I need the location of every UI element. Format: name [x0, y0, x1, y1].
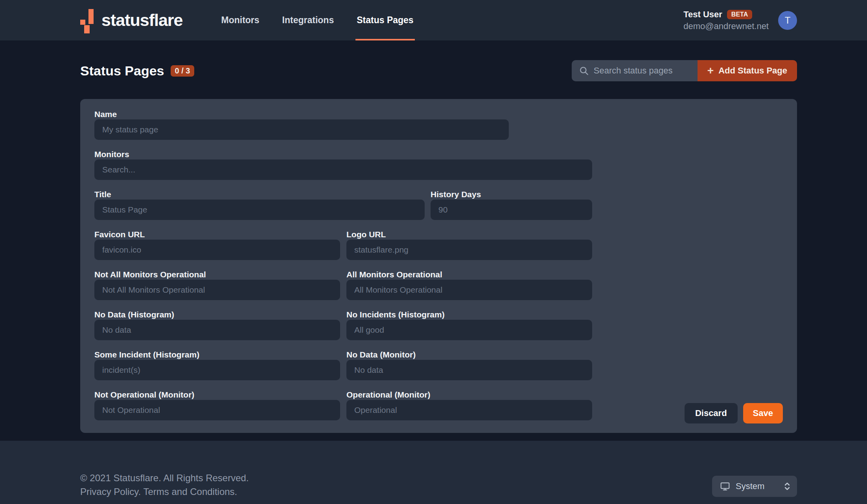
operational-monitor-label: Operational (Monitor): [346, 390, 592, 400]
favicon-url-label: Favicon URL: [94, 230, 340, 240]
nav-item-label: Status Pages: [357, 15, 413, 26]
name-label: Name: [94, 110, 592, 119]
not-operational-monitor-label: Not Operational (Monitor): [94, 390, 340, 400]
history-days-input[interactable]: [431, 200, 592, 220]
nav-left: statusflare Monitors Integrations Status…: [80, 0, 415, 40]
user-email: demo@andrewnet.net: [683, 21, 769, 31]
field-history-days: History Days: [431, 190, 592, 220]
monitors-label: Monitors: [94, 150, 592, 159]
footer-links-row: Privacy Policy. Terms and Conditions.: [80, 485, 249, 499]
nav-right: Test User BETA demo@andrewnet.net T: [683, 0, 797, 40]
name-input[interactable]: [94, 119, 509, 140]
theme-select[interactable]: System: [712, 476, 797, 497]
avatar[interactable]: T: [778, 11, 797, 30]
add-button-label: Add Status Page: [718, 66, 787, 76]
logo-bar-square: [80, 20, 85, 25]
no-incidents-histogram-input[interactable]: [346, 320, 592, 340]
row-title-history: Title History Days: [94, 190, 592, 230]
title-label: Title: [94, 190, 425, 200]
field-no-data-monitor: No Data (Monitor): [346, 350, 592, 380]
logo-url-input[interactable]: [346, 240, 592, 260]
search-icon: [579, 66, 589, 76]
field-no-data-histogram: No Data (Histogram): [94, 310, 340, 340]
statusflare-logo-icon: [80, 9, 94, 33]
user-name: Test User: [683, 9, 722, 20]
row-incident-labels: Some Incident (Histogram) No Data (Monit…: [94, 350, 592, 390]
top-nav: statusflare Monitors Integrations Status…: [0, 0, 867, 40]
all-operational-input[interactable]: [346, 280, 592, 300]
field-title: Title: [94, 190, 425, 220]
footer-text: © 2021 Statusflare. All Rights Reserved.…: [80, 471, 249, 499]
some-incident-histogram-label: Some Incident (Histogram): [94, 350, 340, 360]
page-counter-badge: 0 / 3: [171, 65, 195, 77]
no-incidents-histogram-label: No Incidents (Histogram): [346, 310, 592, 320]
terms-link[interactable]: Terms and Conditions.: [144, 486, 237, 497]
not-all-operational-input[interactable]: [94, 280, 340, 300]
field-monitors: Monitors: [94, 150, 592, 180]
not-operational-monitor-input[interactable]: [94, 400, 340, 420]
discard-button[interactable]: Discard: [685, 403, 738, 423]
plus-icon: +: [707, 65, 714, 76]
brand[interactable]: statusflare: [80, 0, 182, 40]
nav-item-monitors[interactable]: Monitors: [220, 0, 260, 40]
field-some-incident-histogram: Some Incident (Histogram): [94, 350, 340, 380]
history-days-label: History Days: [431, 190, 592, 200]
nav-item-integrations[interactable]: Integrations: [281, 0, 335, 40]
nav-item-status-pages[interactable]: Status Pages: [355, 0, 414, 40]
no-data-monitor-input[interactable]: [346, 360, 592, 380]
row-operational-status: Not All Monitors Operational All Monitor…: [94, 270, 592, 310]
page-title: Status Pages: [80, 63, 164, 79]
brand-name: statusflare: [101, 11, 182, 30]
page-header: Status Pages 0 / 3 + Add Status Page: [80, 60, 797, 81]
nav-links: Monitors Integrations Status Pages: [199, 0, 414, 40]
field-name: Name: [94, 110, 592, 140]
some-incident-histogram-input[interactable]: [94, 360, 340, 380]
field-not-all-operational: Not All Monitors Operational: [94, 270, 340, 300]
add-status-page-button[interactable]: + Add Status Page: [698, 60, 797, 81]
copyright-text: © 2021 Statusflare. All Rights Reserved.: [80, 471, 249, 485]
row-favicon-logo: Favicon URL Logo URL: [94, 230, 592, 270]
field-all-operational: All Monitors Operational: [346, 270, 592, 300]
logo-url-label: Logo URL: [346, 230, 592, 240]
operational-monitor-input[interactable]: [346, 400, 592, 420]
monitors-search-input[interactable]: [94, 159, 592, 180]
main-content: Status Pages 0 / 3 + Add Status Page Nam…: [0, 40, 867, 441]
field-no-incidents-histogram: No Incidents (Histogram): [346, 310, 592, 340]
title-input[interactable]: [94, 200, 425, 220]
theme-select-value: System: [736, 481, 778, 491]
form-actions: Discard Save: [685, 403, 783, 423]
monitor-icon: [720, 481, 730, 491]
status-page-form: Name Monitors Title History Days: [94, 110, 592, 430]
user-info: Test User BETA demo@andrewnet.net: [683, 9, 769, 31]
all-operational-label: All Monitors Operational: [346, 270, 592, 280]
logo-bar-tall: [88, 9, 94, 24]
no-data-monitor-label: No Data (Monitor): [346, 350, 592, 360]
search-input[interactable]: [594, 66, 698, 76]
title-wrap: Status Pages 0 / 3: [80, 63, 194, 79]
row-monitor-status-labels: Not Operational (Monitor) Operational (M…: [94, 390, 592, 430]
search-box: [572, 60, 698, 81]
toolbar: + Add Status Page: [572, 60, 797, 81]
field-favicon-url: Favicon URL: [94, 230, 340, 260]
logo-bar-bottom: [84, 25, 90, 33]
no-data-histogram-label: No Data (Histogram): [94, 310, 340, 320]
up-down-chevrons-icon: [784, 481, 791, 491]
field-not-operational-monitor: Not Operational (Monitor): [94, 390, 340, 420]
user-name-row: Test User BETA: [683, 9, 769, 20]
active-tab-underline: [355, 39, 414, 40]
favicon-url-input[interactable]: [94, 240, 340, 260]
save-button[interactable]: Save: [743, 403, 783, 423]
status-page-form-card: Name Monitors Title History Days: [80, 99, 797, 433]
not-all-operational-label: Not All Monitors Operational: [94, 270, 340, 280]
footer: © 2021 Statusflare. All Rights Reserved.…: [0, 441, 867, 504]
field-logo-url: Logo URL: [346, 230, 592, 260]
row-histogram-labels: No Data (Histogram) No Incidents (Histog…: [94, 310, 592, 350]
avatar-initial: T: [785, 15, 791, 26]
no-data-histogram-input[interactable]: [94, 320, 340, 340]
beta-badge: BETA: [727, 10, 752, 19]
field-operational-monitor: Operational (Monitor): [346, 390, 592, 420]
privacy-policy-link[interactable]: Privacy Policy.: [80, 486, 141, 497]
